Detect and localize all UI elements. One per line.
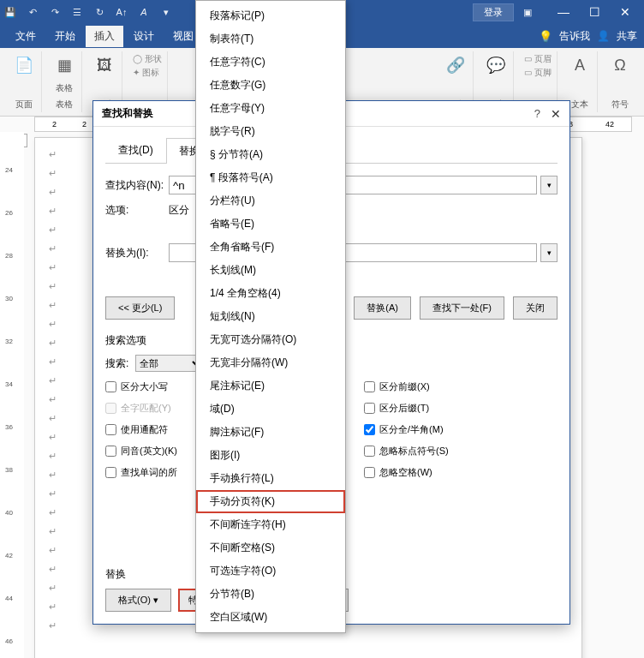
options-value: 区分: [169, 203, 189, 218]
clear-format-icon[interactable]: A: [137, 5, 151, 19]
checkbox[interactable]: [364, 467, 375, 478]
dropdown-item[interactable]: 图形(I): [196, 444, 345, 467]
dropdown-item[interactable]: 手动换行符(L): [196, 467, 345, 490]
checkbox-item[interactable]: 查找单词的所: [105, 466, 177, 479]
dropdown-item[interactable]: 尾注标记(E): [196, 374, 345, 398]
dropdown-item[interactable]: 脚注标记(F): [196, 421, 345, 444]
dropdown-item[interactable]: 域(D): [196, 398, 345, 421]
dropdown-item[interactable]: 可选连字符(O): [196, 559, 345, 583]
dropdown-item[interactable]: 段落标记(P): [196, 4, 345, 27]
share-button[interactable]: 共享: [617, 29, 637, 44]
less-button[interactable]: << 更少(L): [105, 296, 175, 320]
search-direction-label: 搜索:: [105, 356, 128, 371]
font-grow-icon[interactable]: A↑: [115, 5, 128, 19]
tab-find[interactable]: 查找(D): [105, 137, 166, 163]
picture-icon: 🖼: [92, 53, 116, 77]
dropdown-item[interactable]: 省略号(E): [196, 212, 345, 236]
dropdown-item[interactable]: 任意字符(C): [196, 51, 345, 74]
dialog-close-icon[interactable]: ✕: [551, 107, 561, 121]
vertical-ruler[interactable]: 24 26 28 30 32 34 36 38 40 42 44 46: [0, 132, 24, 658]
dropdown-item[interactable]: 短划线(N): [196, 305, 345, 328]
qat-more-icon[interactable]: ▾: [159, 5, 173, 19]
undo-icon[interactable]: ↶: [26, 5, 39, 19]
dropdown-item[interactable]: 全角省略号(F): [196, 236, 345, 259]
checkbox-item[interactable]: 区分后缀(T): [364, 402, 449, 415]
maximize-icon[interactable]: ☐: [579, 3, 610, 21]
menu-home[interactable]: 开始: [46, 26, 84, 47]
header-item[interactable]: ▭ 页眉: [524, 53, 552, 65]
tell-me[interactable]: 告诉我: [559, 29, 590, 44]
checkbox-item[interactable]: 区分前缀(X): [364, 380, 449, 393]
dropdown-item[interactable]: 空白区域(W): [196, 606, 345, 629]
dropdown-item[interactable]: 分节符(B): [196, 583, 345, 606]
dropdown-item[interactable]: ¶ 段落符号(A): [196, 166, 345, 189]
checkbox-item[interactable]: 忽略标点符号(S): [364, 445, 449, 458]
ribbon-table[interactable]: ▦ 表格 表格: [47, 51, 82, 112]
dropdown-item[interactable]: 脱字号(R): [196, 120, 345, 143]
checkbox-item[interactable]: 同音(英文)(K): [105, 445, 177, 458]
quick-access-toolbar: 💾 ↶ ↷ ☰ ↻ A↑ A ▾: [3, 5, 173, 19]
checkbox[interactable]: [105, 446, 116, 457]
checkbox-item[interactable]: 忽略空格(W): [364, 466, 449, 479]
login-button[interactable]: 登录: [473, 3, 514, 21]
format-button[interactable]: 格式(O) ▾: [105, 589, 171, 612]
checkbox[interactable]: [105, 467, 116, 478]
find-label: 查找内容(N):: [105, 178, 169, 193]
redo-icon[interactable]: ↷: [48, 5, 62, 19]
dropdown-item[interactable]: 无宽可选分隔符(O): [196, 328, 345, 351]
footer-item[interactable]: ▭ 页脚: [524, 67, 552, 79]
dropdown-item[interactable]: 制表符(T): [196, 27, 345, 51]
special-format-dropdown: 段落标记(P)制表符(T)任意字符(C)任意数字(G)任意字母(Y)脱字号(R)…: [195, 0, 346, 633]
dropdown-item[interactable]: 无宽非分隔符(W): [196, 351, 345, 374]
checkbox[interactable]: [364, 403, 375, 414]
options-label: 选项:: [105, 203, 169, 218]
close-icon[interactable]: ✕: [610, 3, 641, 21]
replace-dropdown-icon[interactable]: ▾: [540, 243, 558, 262]
lightbulb-icon: 💡: [539, 30, 552, 43]
close-button[interactable]: 关闭: [513, 296, 558, 320]
dropdown-item[interactable]: 不间断连字符(H): [196, 513, 345, 536]
checkbox[interactable]: [364, 424, 375, 435]
search-direction-select[interactable]: 全部: [135, 355, 204, 372]
dropdown-item[interactable]: 分栏符(U): [196, 189, 345, 212]
dropdown-item[interactable]: 不间断空格(S): [196, 536, 345, 559]
checkbox-item: 全字匹配(Y): [105, 402, 177, 415]
checkbox[interactable]: [364, 381, 375, 392]
checkbox-item[interactable]: 区分全/半角(M): [364, 423, 449, 436]
checkbox-item[interactable]: 使用通配符: [105, 423, 177, 436]
dropdown-item[interactable]: 长划线(M): [196, 259, 345, 282]
dropdown-item[interactable]: 任意字母(Y): [196, 97, 345, 120]
comment-icon: 💬: [484, 53, 508, 77]
checkbox[interactable]: [105, 381, 116, 392]
replace-all-button[interactable]: 替换(A): [354, 296, 411, 320]
save-icon[interactable]: 💾: [3, 5, 17, 19]
checkbox: [105, 403, 116, 414]
dropdown-item[interactable]: 手动分页符(K): [196, 490, 345, 513]
ribbon-display-icon[interactable]: ▣: [521, 5, 534, 19]
page-icon: 📄: [12, 53, 36, 77]
help-icon[interactable]: ?: [534, 107, 540, 120]
dropdown-item[interactable]: 任意数字(G): [196, 74, 345, 97]
menu-design[interactable]: 设计: [125, 26, 163, 47]
touch-icon[interactable]: ☰: [70, 5, 84, 19]
shapes-item[interactable]: ◯ 形状: [133, 53, 162, 65]
checkbox-item[interactable]: 区分大小写: [105, 380, 177, 393]
share-icon: 👤: [597, 30, 610, 42]
checkbox[interactable]: [364, 446, 375, 457]
minimize-icon[interactable]: —: [548, 3, 579, 21]
repeat-icon[interactable]: ↻: [92, 5, 106, 19]
symbol-icon: Ω: [608, 53, 632, 77]
dropdown-item[interactable]: 1/4 全角空格(4): [196, 282, 345, 305]
checkbox[interactable]: [105, 424, 116, 435]
table-icon: ▦: [52, 53, 76, 77]
replace-label: 替换为(I):: [105, 246, 169, 260]
menu-insert[interactable]: 插入: [86, 26, 123, 47]
text-icon: A: [568, 53, 592, 77]
menu-file[interactable]: 文件: [7, 26, 45, 47]
dropdown-item[interactable]: § 分节符(A): [196, 143, 345, 166]
ribbon-symbols[interactable]: Ω 符号: [603, 51, 637, 112]
ribbon-page[interactable]: 📄 页面: [7, 51, 42, 112]
find-next-button[interactable]: 查找下一处(F): [420, 296, 504, 320]
icons-item[interactable]: ✦ 图标: [133, 67, 162, 79]
find-dropdown-icon[interactable]: ▾: [540, 176, 558, 194]
